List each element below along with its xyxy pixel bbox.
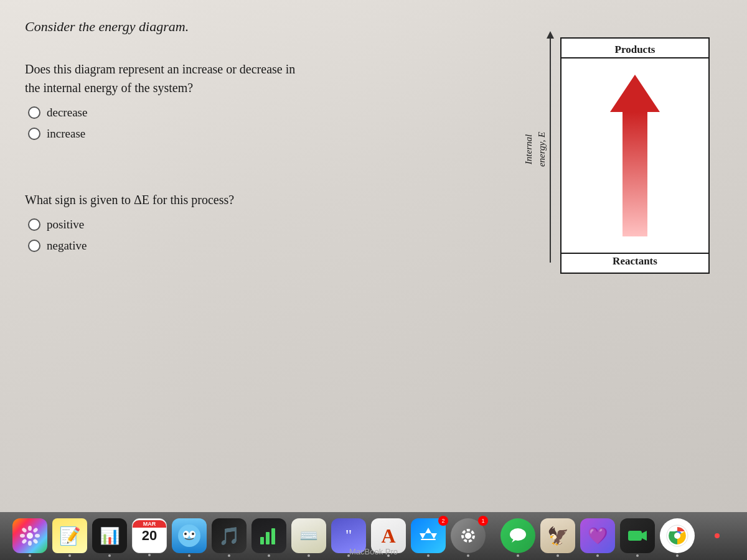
- svg-point-2: [28, 526, 32, 531]
- dock-bar: 📝 📊 MAR 20 🎵: [0, 512, 747, 561]
- dock-script-editor[interactable]: ⌨️: [291, 518, 326, 553]
- gear-icon: [457, 525, 479, 547]
- appstore-badge: 2: [438, 516, 448, 526]
- radio-increase[interactable]: [28, 128, 40, 140]
- dock-facetime[interactable]: [620, 518, 655, 553]
- calendar-date: 20: [142, 528, 157, 544]
- label-positive: positive: [47, 218, 84, 231]
- dock-calendar[interactable]: MAR 20: [132, 518, 167, 553]
- option-decrease[interactable]: decrease: [28, 106, 492, 119]
- dock-activity-monitor[interactable]: 📊: [92, 518, 127, 553]
- facetime-dot: [636, 554, 639, 557]
- svg-rect-16: [266, 532, 270, 544]
- diagram-box: Products: [560, 37, 710, 274]
- messages-dot: [517, 554, 519, 557]
- question-block-1: Does this diagram represent an increase …: [25, 60, 492, 141]
- calendar-dot: [148, 554, 151, 556]
- script-dot: [308, 554, 310, 557]
- svg-rect-15: [260, 537, 264, 544]
- radio-group-2: positive negative: [28, 218, 492, 253]
- chrome-dot: [676, 554, 679, 557]
- dock-extra[interactable]: [700, 518, 735, 553]
- font-book-icon: A: [381, 525, 395, 548]
- svg-point-9: [21, 538, 27, 544]
- svg-rect-18: [421, 539, 436, 540]
- svg-point-8: [32, 527, 39, 533]
- finder-dot: [188, 554, 190, 557]
- radio-positive[interactable]: [28, 218, 40, 231]
- svg-point-3: [28, 541, 32, 546]
- label-negative: negative: [47, 239, 87, 253]
- arrow-head-svg: [610, 75, 660, 112]
- diagram-area: Internalenergy, E Products: [504, 25, 722, 274]
- axis-label: Internalenergy, E: [522, 132, 548, 167]
- svg-point-21: [510, 528, 526, 541]
- sidecar-dot: [596, 554, 599, 557]
- svg-point-13: [184, 533, 187, 535]
- stats-icon: [258, 525, 280, 547]
- dock-photos[interactable]: [12, 518, 47, 553]
- main-screen: Consider the energy diagram. Does this d…: [0, 0, 747, 512]
- question-1-text: Does this diagram represent an increase …: [25, 60, 492, 97]
- arrow-container: [610, 58, 660, 253]
- diagram-top-section: Products: [561, 39, 708, 58]
- stats-dot: [268, 554, 270, 557]
- radio-decrease[interactable]: [28, 106, 40, 119]
- products-label: Products: [615, 39, 655, 56]
- energy-diagram: Internalenergy, E Products: [517, 25, 710, 274]
- question-panel: Consider the energy diagram. Does this d…: [25, 19, 492, 274]
- option-increase[interactable]: increase: [28, 127, 492, 141]
- svg-marker-0: [610, 75, 660, 112]
- dock-notes[interactable]: 📝: [52, 518, 87, 553]
- quotes-icon: ": [345, 526, 352, 545]
- dock-eagle[interactable]: 🦅: [540, 518, 575, 553]
- eagle-icon: 🦅: [547, 526, 569, 546]
- question-2-text: What sign is given to ΔE for this proces…: [25, 190, 492, 209]
- dock-finder[interactable]: [172, 518, 207, 553]
- chrome-icon: [666, 525, 688, 547]
- script-icon: ⌨️: [299, 527, 318, 544]
- axis-arrowhead: [547, 31, 554, 39]
- sidecar-icon: 💜: [588, 526, 608, 546]
- macbook-label: MacBook Pro: [349, 547, 398, 556]
- question-block-2: What sign is given to ΔE for this proces…: [25, 190, 492, 253]
- svg-rect-17: [271, 528, 275, 544]
- reactants-label: Reactants: [613, 255, 657, 273]
- svg-point-7: [32, 538, 39, 544]
- radio-group-1: decrease increase: [28, 106, 492, 141]
- photos-icon: [19, 525, 40, 546]
- dock-stats[interactable]: [251, 518, 286, 553]
- facetime-icon: [626, 525, 649, 547]
- reactants-line: [561, 253, 708, 254]
- dock-app-store[interactable]: 2: [411, 518, 446, 553]
- dock-messages[interactable]: [500, 518, 535, 553]
- dock-sidecar[interactable]: 💜: [580, 518, 615, 553]
- diagram-bottom-section: Reactants: [561, 253, 708, 273]
- dock-music[interactable]: 🎵: [212, 518, 247, 553]
- system-dot: [467, 554, 469, 557]
- option-positive[interactable]: positive: [28, 218, 492, 231]
- svg-point-10: [178, 525, 200, 547]
- option-negative[interactable]: negative: [28, 239, 492, 253]
- music-dot: [228, 554, 230, 557]
- svg-rect-23: [628, 531, 642, 541]
- radio-negative[interactable]: [28, 240, 40, 252]
- notes-dot: [68, 554, 71, 557]
- activity-icon: 📊: [100, 526, 120, 546]
- svg-point-5: [35, 534, 40, 538]
- system-badge: 1: [478, 516, 488, 526]
- eagle-dot: [557, 554, 559, 557]
- content-area: Consider the energy diagram. Does this d…: [25, 19, 722, 274]
- photos-dot: [29, 554, 31, 557]
- dock-system-prefs[interactable]: 1: [451, 518, 486, 553]
- axis-line: [550, 39, 551, 263]
- page-title: Consider the energy diagram.: [25, 19, 492, 35]
- svg-point-14: [192, 533, 194, 535]
- dock-chrome[interactable]: [660, 518, 695, 553]
- messages-icon: [507, 525, 529, 546]
- energy-arrow: [610, 75, 660, 236]
- activity-dot: [108, 554, 111, 557]
- svg-point-6: [21, 527, 27, 533]
- svg-point-4: [20, 534, 25, 538]
- appstore-icon: [418, 525, 439, 546]
